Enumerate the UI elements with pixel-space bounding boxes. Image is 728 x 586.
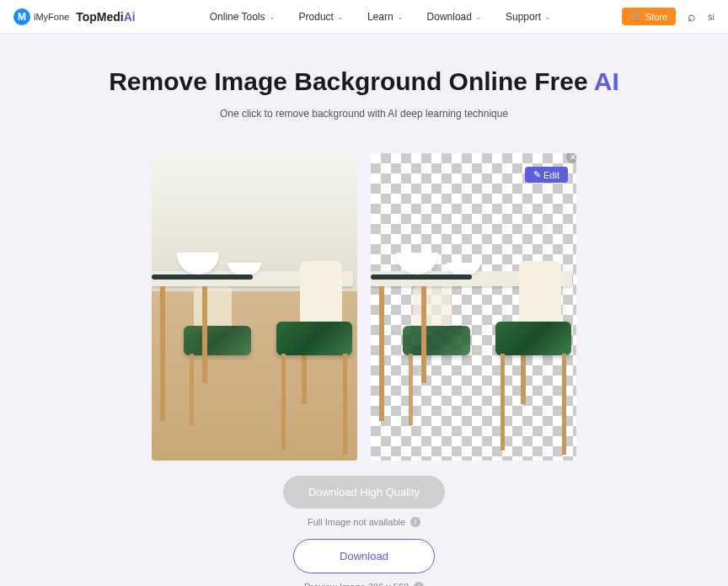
preview-size-text: Preview Image 386 x 568i [0,582,728,586]
page-title: Remove Image Background Online Free AI [17,67,711,96]
brand: TopMediAi [76,10,136,24]
nav: Online Tools⌄ Product⌄ Learn⌄ Download⌄ … [210,11,551,23]
nav-learn[interactable]: Learn⌄ [367,11,404,23]
chevron-down-icon: ⌄ [544,13,551,21]
edit-button[interactable]: ✎Edit [525,167,568,183]
download-hq-button[interactable]: Download High Quality [283,476,445,509]
original-image [152,153,357,461]
logo-icon: M [13,8,30,25]
nav-online-tools[interactable]: Online Tools⌄ [210,11,276,23]
chevron-down-icon: ⌄ [475,13,482,21]
cart-icon: 🛒 [630,11,642,22]
search-icon[interactable]: ⌕ [688,9,696,24]
page-subtitle: One click to remove background with AI d… [17,108,711,120]
store-button[interactable]: 🛒Store [622,8,676,25]
chevron-down-icon: ⌄ [269,13,276,21]
info-icon: i [410,517,420,527]
header-right: 🛒Store ⌕ si [622,8,715,25]
preview-container: ✕ ✎Edit [0,153,728,461]
logo[interactable]: M iMyFone TopMediAi [13,8,136,25]
pencil-icon: ✎ [533,169,541,180]
hero: Remove Image Background Online Free AI O… [0,34,728,136]
chevron-down-icon: ⌄ [337,13,344,21]
info-icon: i [414,582,424,586]
actions: Download High Quality Full Image not ava… [0,476,728,586]
nav-product[interactable]: Product⌄ [299,11,344,23]
chevron-down-icon: ⌄ [397,13,404,21]
nav-support[interactable]: Support⌄ [506,11,551,23]
download-button[interactable]: Download [293,539,435,573]
logo-text: iMyFone [34,12,69,22]
header: M iMyFone TopMediAi Online Tools⌄ Produc… [0,0,728,34]
result-image: ✕ ✎Edit [371,153,576,461]
not-available-text: Full Image not availablei [0,517,728,527]
header-text: si [708,12,715,22]
nav-download[interactable]: Download⌄ [427,11,482,23]
